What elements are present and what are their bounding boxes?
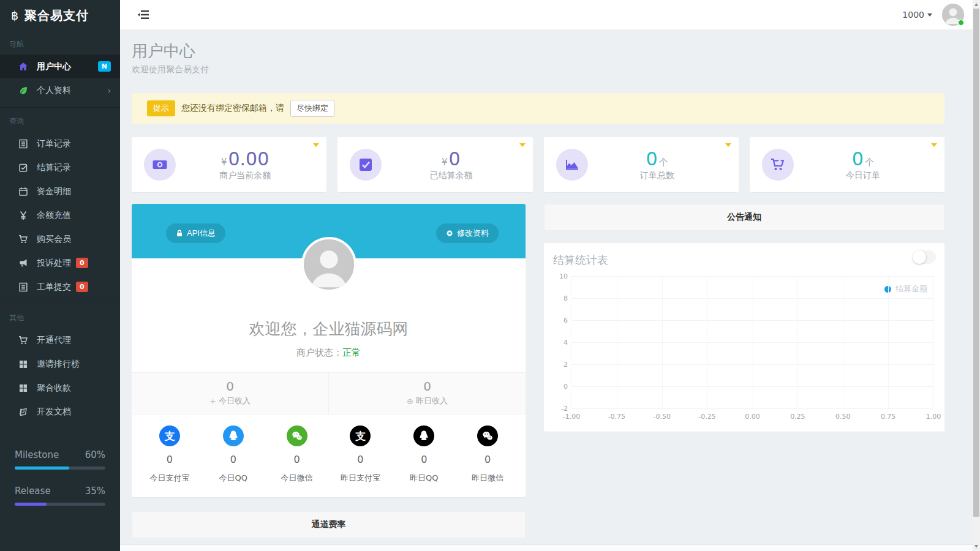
stat-cards-row: ¥0.00 商户当前余额 ¥0 已结算余额 0个 订单总数	[132, 137, 944, 192]
count-badge: 0	[76, 282, 88, 292]
settlement-chart-card: 结算统计表 结算金额 1086420-2-1.00-0.75-0.50-0.25…	[544, 243, 944, 432]
list-icon	[18, 139, 28, 149]
y-axis-tick: 8	[553, 294, 568, 302]
caret-down-icon[interactable]	[313, 143, 319, 147]
book-icon	[18, 407, 28, 417]
wechat-icon	[477, 425, 498, 446]
api-info-button[interactable]: API信息	[166, 223, 225, 243]
sidebar: ฿ 聚合易支付 导航 用户中心 N 个人资料 › 查询 订单记录 结算记录 资金…	[0, 0, 120, 551]
sidebar-item-label: 邀请排行榜	[37, 359, 80, 370]
sidebar-section-nav: 导航	[0, 31, 120, 54]
announcement-title[interactable]: 公告通知	[545, 204, 944, 230]
channel-label: 今日微信	[265, 473, 329, 484]
progress-label: Milestone	[15, 449, 59, 460]
channel-stats-row: 支 0 今日支付宝 0 今日QQ	[132, 414, 526, 497]
stat-label: 商户当前余额	[176, 170, 314, 181]
progress-fill	[15, 467, 69, 470]
notice-text: 您还没有绑定密保邮箱，请	[181, 103, 284, 114]
channel-rate-title[interactable]: 通道费率	[132, 512, 525, 538]
sidebar-item-label: 开通代理	[37, 335, 71, 346]
scroll-up-icon[interactable]	[974, 3, 978, 6]
sidebar-item-balance-recharge[interactable]: 余额充值	[0, 203, 120, 227]
x-axis-tick: -0.75	[608, 413, 625, 421]
alipay-icon: 支	[350, 425, 371, 446]
brand-title: 聚合易支付	[24, 7, 89, 24]
unit-label: 个	[659, 157, 668, 168]
h-gridline	[571, 408, 933, 409]
v-gridline	[843, 276, 843, 408]
sidebar-item-label: 资金明细	[37, 186, 71, 197]
progress-bar-release	[15, 503, 105, 506]
top-navbar: 1000	[120, 0, 980, 29]
sidebar-item-user-center[interactable]: 用户中心 N	[0, 54, 120, 78]
x-axis-tick: 0.25	[790, 413, 805, 421]
v-gridline	[662, 276, 663, 408]
page-title: 用户中心	[132, 40, 944, 62]
x-axis-tick: -0.25	[698, 413, 715, 421]
income-label: 昨日收入	[416, 395, 448, 407]
chevron-right-icon: ›	[107, 86, 111, 96]
channel-value: 0	[265, 454, 329, 465]
stat-card-settled: ¥0 已结算余额	[337, 137, 532, 192]
channel-label: 昨日支付宝	[328, 473, 392, 484]
sidebar-item-label: 余额充值	[37, 210, 71, 221]
currency-symbol: ¥	[221, 157, 227, 168]
channel-yesterday-wechat: 0 昨日微信	[456, 425, 519, 484]
income-today: 0 +今日收入	[132, 373, 328, 414]
scroll-down-icon[interactable]	[974, 545, 978, 548]
chart-title: 结算统计表	[553, 253, 935, 268]
user-id-label: 1000	[902, 10, 924, 20]
sidebar-item-fund-details[interactable]: 资金明细	[0, 179, 120, 203]
sidebar-item-dev-docs[interactable]: 开发文档	[0, 400, 120, 424]
sidebar-item-aggregate-collection[interactable]: 聚合收款	[0, 376, 120, 400]
plus-icon: +	[209, 397, 216, 406]
channel-label: 今日支付宝	[138, 473, 202, 484]
y-axis-tick: -2	[553, 405, 568, 413]
avatar[interactable]	[942, 4, 964, 26]
caret-down-icon[interactable]	[931, 143, 937, 147]
scrollbar-thumb[interactable]	[973, 9, 979, 517]
x-axis-tick: -1.00	[563, 413, 580, 421]
stat-label: 今日订单	[794, 170, 932, 181]
progress-bar-milestone	[15, 467, 105, 470]
new-badge: N	[98, 61, 111, 72]
brand[interactable]: ฿ 聚合易支付	[0, 0, 120, 31]
x-axis-tick: 0.75	[881, 413, 896, 421]
check-square-icon	[18, 163, 28, 173]
sidebar-item-label: 订单记录	[37, 138, 71, 149]
sidebar-toggle-icon[interactable]	[137, 10, 149, 20]
sidebar-item-order-records[interactable]: 订单记录	[0, 132, 120, 156]
page-footer	[120, 544, 973, 551]
user-dropdown[interactable]: 1000	[902, 10, 932, 20]
sidebar-item-work-order[interactable]: 工单提交 0	[0, 275, 120, 299]
vertical-scrollbar[interactable]	[973, 0, 980, 551]
sidebar-item-complaints[interactable]: 投诉处理 0	[0, 251, 120, 275]
stat-value: 0	[852, 148, 864, 170]
y-axis-tick: 10	[553, 272, 568, 280]
channel-today-alipay: 支 0 今日支付宝	[138, 425, 202, 484]
stat-card-today-orders: 0个 今日订单	[750, 137, 944, 192]
qq-icon	[413, 425, 434, 446]
caret-down-icon[interactable]	[725, 143, 731, 147]
check-square-icon	[350, 149, 382, 181]
chart-toggle[interactable]	[913, 250, 936, 264]
sidebar-item-open-agent[interactable]: 开通代理	[0, 328, 120, 352]
calendar-icon	[18, 187, 28, 197]
x-axis-tick: 1.00	[926, 413, 941, 421]
sidebar-item-invite-ranking[interactable]: 邀请排行榜	[0, 352, 120, 376]
merchant-avatar[interactable]	[301, 237, 356, 292]
income-value: 0	[132, 379, 328, 394]
channel-rate-panel: 通道费率	[132, 511, 526, 538]
sidebar-item-label: 购买会员	[37, 234, 71, 245]
sidebar-item-buy-membership[interactable]: 购买会员	[0, 227, 120, 251]
sidebar-item-profile[interactable]: 个人资料 ›	[0, 78, 120, 102]
money-bill-icon	[144, 149, 176, 181]
v-gridline	[797, 276, 798, 408]
channel-yesterday-alipay: 支 0 昨日支付宝	[328, 425, 392, 484]
sidebar-item-settlement-records[interactable]: 结算记录	[0, 156, 120, 179]
edit-profile-button[interactable]: 修改资料	[436, 223, 499, 243]
bind-email-button[interactable]: 尽快绑定	[290, 100, 334, 117]
v-gridline	[753, 276, 753, 408]
caret-down-icon[interactable]	[519, 143, 526, 147]
chevron-down-icon	[927, 13, 932, 17]
